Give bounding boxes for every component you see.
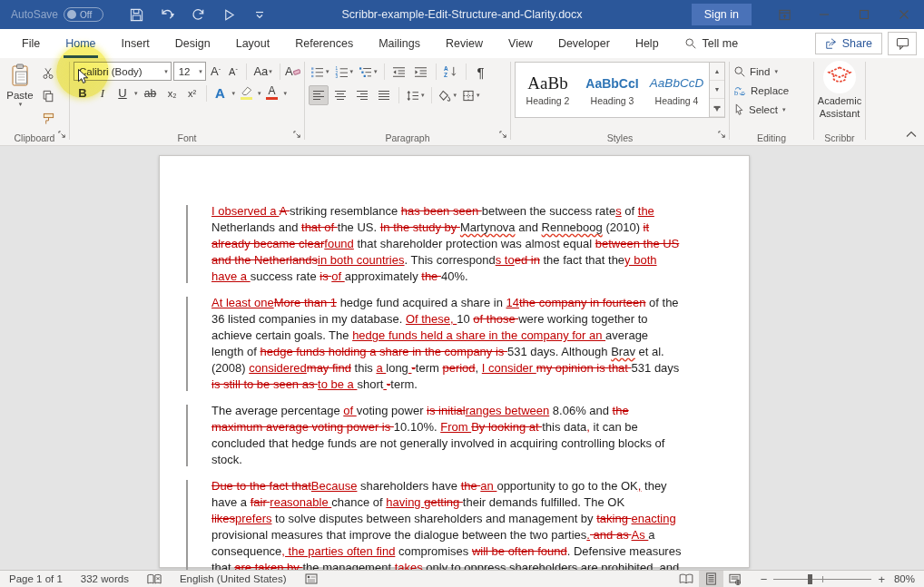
shading-button[interactable]: ▾ <box>437 85 459 105</box>
line-spacing-button[interactable]: ▾ <box>404 85 427 105</box>
share-button[interactable]: Share <box>815 33 882 54</box>
autosave-pill[interactable]: Off <box>64 7 103 22</box>
copy-button[interactable] <box>38 86 58 106</box>
paste-dropdown-caret[interactable]: ▾ <box>19 101 23 108</box>
style-heading-2[interactable]: AaBbHeading 2 <box>516 63 580 117</box>
tab-developer[interactable]: Developer <box>546 29 623 58</box>
paragraph[interactable]: At least oneMore than 1 hedge fund acqui… <box>211 295 683 393</box>
proofing-status[interactable] <box>138 571 171 587</box>
web-layout-button[interactable] <box>723 571 748 587</box>
justify-button[interactable] <box>374 85 394 105</box>
style-heading-3[interactable]: AaBbCcIHeading 3 <box>580 63 644 117</box>
font-color-button[interactable]: A <box>263 83 281 103</box>
minimize-button[interactable] <box>804 0 844 29</box>
document-area[interactable]: I observed a A striking resemblance has … <box>0 146 924 570</box>
font-dialog-launcher[interactable] <box>293 126 301 142</box>
tab-insert[interactable]: Insert <box>109 29 162 58</box>
tell-me-box[interactable]: Tell me <box>684 37 739 50</box>
underline-dropdown-caret[interactable]: ▾ <box>134 90 138 97</box>
undo-dropdown-caret[interactable]: ▾ <box>171 11 174 19</box>
find-button[interactable]: Find ▾ <box>733 63 810 80</box>
underline-button[interactable]: U <box>113 83 132 103</box>
autosave-toggle[interactable]: AutoSave Off <box>11 7 103 22</box>
highlight-caret[interactable]: ▾ <box>258 90 261 97</box>
align-right-button[interactable] <box>352 85 372 105</box>
paragraph-dialog-launcher[interactable] <box>499 126 507 142</box>
zoom-percentage[interactable]: 80% <box>894 573 915 584</box>
tab-help[interactable]: Help <box>623 29 672 58</box>
redo-button[interactable] <box>187 4 209 25</box>
print-layout-button[interactable] <box>699 571 723 587</box>
select-button[interactable]: Select ▾ <box>733 101 810 118</box>
text-highlight-button[interactable] <box>237 83 255 103</box>
close-button[interactable] <box>884 0 924 29</box>
comments-button[interactable] <box>888 32 917 55</box>
subscript-button[interactable]: x₂ <box>163 83 182 103</box>
academic-assistant-button[interactable]: Academic Assistant <box>818 61 861 121</box>
tab-layout[interactable]: Layout <box>223 29 283 58</box>
change-case-button[interactable]: Aa▾ <box>251 62 275 81</box>
text-effects-button[interactable]: A <box>211 83 230 103</box>
save-button[interactable] <box>125 4 147 25</box>
tab-mailings[interactable]: Mailings <box>366 29 433 58</box>
maximize-button[interactable] <box>844 0 884 29</box>
page-indicator[interactable]: Page 1 of 1 <box>0 571 72 587</box>
zoom-slider-handle[interactable] <box>808 574 812 584</box>
grow-font-button[interactable]: Aˆ <box>208 62 223 81</box>
sort-button[interactable]: A Z <box>441 62 461 82</box>
sign-in-button[interactable]: Sign in <box>692 4 752 25</box>
multilevel-list-button[interactable]: ▾ <box>357 62 379 82</box>
read-mode-button[interactable] <box>674 571 699 587</box>
zoom-in-button[interactable]: + <box>878 572 885 586</box>
undo-button[interactable]: ▾ <box>156 4 178 25</box>
tab-design[interactable]: Design <box>162 29 223 58</box>
increase-indent-button[interactable] <box>411 62 431 82</box>
language-indicator[interactable]: English (United States) <box>171 571 296 587</box>
paragraph[interactable]: Due to the fact thatBecause shareholders… <box>211 478 683 570</box>
cut-button[interactable] <box>38 64 58 83</box>
zoom-slider[interactable] <box>773 579 871 580</box>
tab-view[interactable]: View <box>496 29 546 58</box>
paragraph[interactable]: I observed a A striking resemblance has … <box>211 203 683 285</box>
replace-button[interactable]: bc Replace <box>733 82 810 99</box>
decrease-indent-button[interactable] <box>389 62 409 82</box>
ribbon-display-options-button[interactable] <box>764 0 804 29</box>
show-hide-paragraph-button[interactable]: ¶ <box>471 62 491 82</box>
bold-button[interactable]: B <box>74 83 92 103</box>
tab-home[interactable]: Home <box>53 29 108 58</box>
bullets-button[interactable]: ▾ <box>309 62 331 82</box>
clear-formatting-button[interactable]: A <box>285 62 300 81</box>
format-painter-button[interactable] <box>38 109 58 129</box>
document-page[interactable]: I observed a A striking resemblance has … <box>159 155 750 568</box>
style-heading-4[interactable]: AaBbCcDHeading 4 <box>644 63 709 117</box>
tab-file[interactable]: File <box>9 29 53 58</box>
styles-more-button[interactable]: ▬▼ <box>710 99 724 117</box>
styles-scroll-down-button[interactable]: ▼ <box>710 81 724 99</box>
superscript-button[interactable]: x² <box>183 83 202 103</box>
font-name-combo[interactable]: Calibri (Body) ▾ <box>74 62 172 81</box>
align-center-button[interactable] <box>330 85 350 105</box>
play-macro-button[interactable] <box>218 4 240 25</box>
numbering-button[interactable]: 123 ▾ <box>333 62 356 82</box>
paragraph[interactable]: The average percentage of voting power i… <box>211 403 683 468</box>
strikethrough-button[interactable]: ab <box>140 83 162 103</box>
customize-qat-button[interactable] <box>249 4 270 25</box>
tab-references[interactable]: References <box>282 29 366 58</box>
document-text[interactable]: I observed a A striking resemblance has … <box>211 203 683 570</box>
word-count[interactable]: 332 words <box>72 571 138 587</box>
align-left-button[interactable] <box>309 85 329 105</box>
macro-recording-indicator[interactable] <box>296 571 327 587</box>
tab-review[interactable]: Review <box>433 29 496 58</box>
clipboard-dialog-launcher[interactable] <box>58 126 66 142</box>
borders-button[interactable]: ▾ <box>460 85 482 105</box>
font-color-caret[interactable]: ▾ <box>284 90 288 97</box>
paste-button[interactable]: Paste ▾ <box>4 62 36 129</box>
zoom-out-button[interactable]: − <box>761 572 768 586</box>
italic-button[interactable]: I <box>93 83 112 103</box>
styles-dialog-launcher[interactable] <box>718 126 726 142</box>
shrink-font-button[interactable]: Aˇ <box>225 62 241 81</box>
collapse-ribbon-button[interactable] <box>906 125 917 142</box>
styles-scroll-up-button[interactable]: ▲ <box>710 63 724 81</box>
font-size-combo[interactable]: 12 ▾ <box>173 62 206 81</box>
text-effects-caret[interactable]: ▾ <box>232 90 236 97</box>
